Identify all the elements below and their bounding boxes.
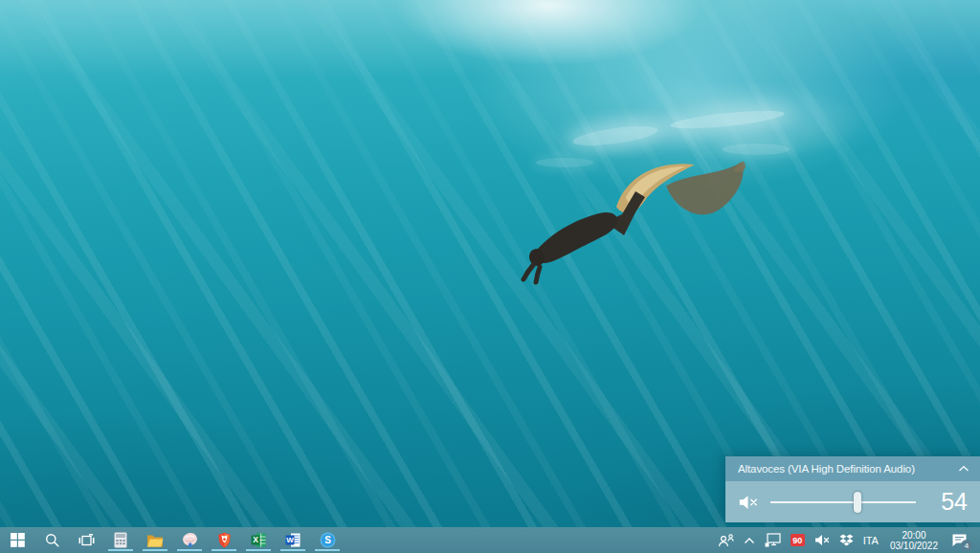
volume-value: 54	[929, 488, 968, 516]
volume-slider-track[interactable]	[770, 501, 916, 503]
word-icon: W	[285, 533, 301, 547]
running-indicator	[108, 549, 133, 551]
audio-device-name: Altavoces (VIA High Definition Audio)	[738, 463, 915, 475]
running-indicator	[177, 549, 202, 551]
desktop: Altavoces (VIA High Definition Audio) 54	[0, 0, 980, 553]
taskbar-app-skype[interactable]: S	[310, 527, 345, 553]
notification-count-badge: 4	[961, 540, 972, 551]
volume-flyout: Altavoces (VIA High Definition Audio) 54	[725, 456, 980, 522]
red-90-badge: 90	[791, 534, 805, 546]
running-indicator	[246, 549, 271, 551]
clock-time: 20:00	[902, 530, 925, 541]
speaker-muted-icon[interactable]	[738, 493, 759, 512]
excel-icon: X	[251, 533, 266, 547]
dropbox-icon	[839, 534, 854, 547]
svg-text:W: W	[286, 536, 294, 544]
skype-icon: S	[320, 532, 336, 548]
tray-volume-button[interactable]	[810, 527, 835, 553]
taskbar-app-pink-round-app[interactable]	[172, 527, 207, 553]
start-button[interactable]	[0, 527, 34, 553]
taskbar-app-calculator[interactable]	[103, 527, 138, 553]
action-center-button[interactable]: 4	[945, 527, 976, 553]
language-code: ITA	[863, 535, 879, 546]
chevron-up-icon	[744, 537, 755, 544]
taskbar: X W S	[0, 527, 980, 553]
volume-slider[interactable]	[770, 492, 916, 513]
volume-slider-thumb[interactable]	[854, 492, 861, 513]
show-hidden-icons-button[interactable]	[739, 527, 760, 553]
speaker-muted-icon	[814, 534, 830, 546]
tray-badge-90[interactable]: 90	[786, 527, 810, 553]
taskbar-app-word[interactable]: W	[276, 527, 310, 553]
search-button[interactable]	[34, 527, 69, 553]
calculator-icon	[114, 532, 127, 548]
chevron-up-icon[interactable]	[958, 465, 969, 473]
language-indicator[interactable]: ITA	[858, 527, 883, 553]
running-indicator	[280, 549, 305, 551]
volume-flyout-header: Altavoces (VIA High Definition Audio)	[725, 456, 980, 481]
pink-round-app-icon	[182, 532, 198, 548]
ethernet-network-icon	[765, 533, 781, 547]
taskbar-app-excel[interactable]: X	[241, 527, 276, 553]
freediver-illustration	[505, 122, 764, 285]
volume-flyout-body: 54	[725, 481, 980, 522]
clock-date: 03/10/2022	[890, 541, 938, 551]
brave-browser-icon	[217, 532, 232, 548]
dropbox-button[interactable]	[835, 527, 858, 553]
running-indicator	[143, 549, 167, 551]
network-button[interactable]	[760, 527, 786, 553]
clock[interactable]: 20:00 03/10/2022	[883, 527, 945, 553]
search-icon	[45, 533, 59, 547]
windows-logo-icon	[11, 533, 25, 547]
task-view-button[interactable]	[69, 527, 103, 553]
taskbar-app-file-explorer[interactable]	[138, 527, 172, 553]
system-tray: 90	[713, 527, 980, 553]
people-button[interactable]	[713, 527, 739, 553]
svg-text:X: X	[253, 535, 258, 544]
file-explorer-icon	[146, 533, 164, 547]
taskbar-app-brave[interactable]	[207, 527, 241, 553]
running-indicator	[212, 549, 236, 551]
svg-text:S: S	[324, 535, 331, 545]
running-indicator	[315, 549, 340, 551]
people-icon	[718, 534, 734, 547]
task-view-icon	[78, 534, 95, 547]
